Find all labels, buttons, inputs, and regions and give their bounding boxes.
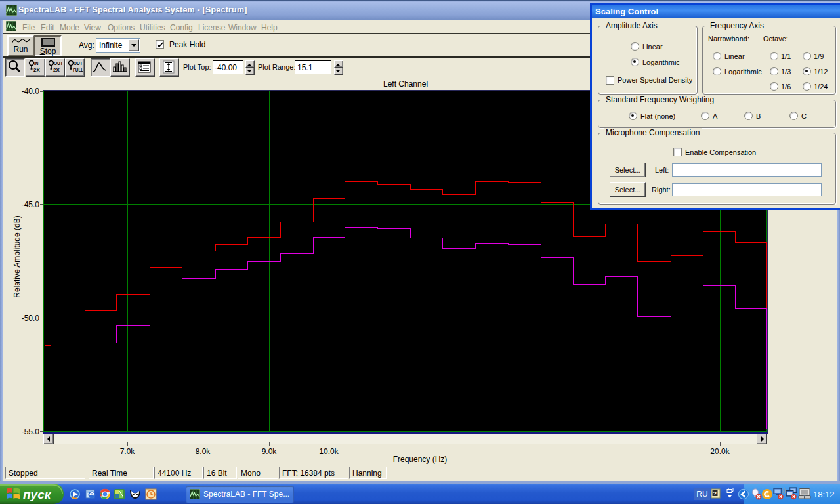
svg-text:пуск: пуск xyxy=(23,488,52,501)
svg-text:?: ? xyxy=(713,490,717,497)
